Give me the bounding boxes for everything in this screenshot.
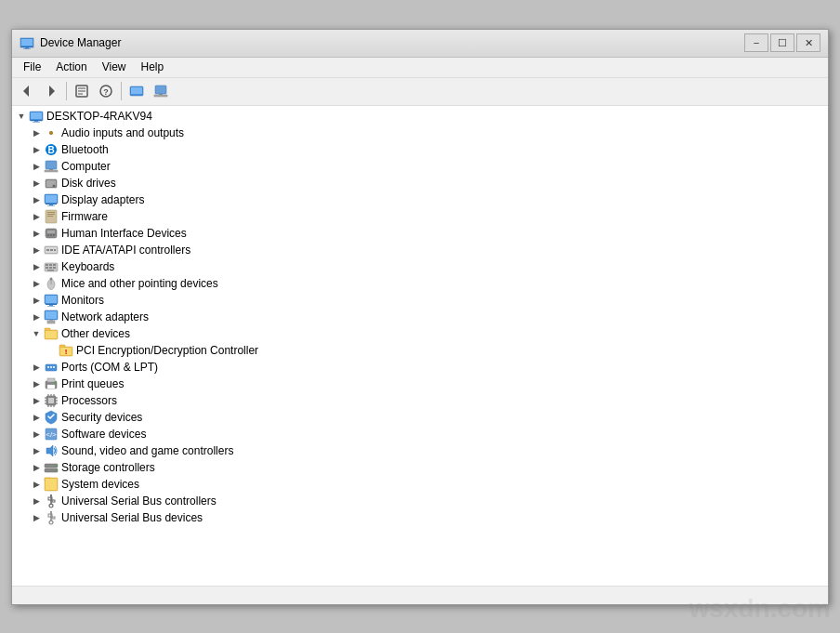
update-button[interactable]	[150, 80, 172, 102]
list-item[interactable]: ▶ Proces	[12, 392, 828, 409]
back-button[interactable]	[16, 80, 38, 102]
list-item[interactable]: ▶ B Bluetooth	[12, 141, 828, 158]
item-expander[interactable]: ▶	[29, 494, 44, 508]
window-title: Device Manager	[40, 36, 744, 49]
svg-rect-89	[48, 398, 54, 403]
item-expander[interactable]: ▶	[29, 393, 44, 408]
list-item[interactable]: ▶ Display adapters	[12, 191, 828, 208]
scan-button[interactable]	[125, 80, 148, 102]
item-expander[interactable]: ▶	[29, 226, 44, 241]
list-item[interactable]: ▶ Ports (COM & LPT)	[12, 359, 828, 376]
svg-point-87	[54, 382, 56, 384]
item-expander[interactable]: ▶	[29, 460, 44, 475]
svg-rect-14	[131, 87, 142, 94]
root-label: DESKTOP-4RAKV94	[46, 110, 152, 123]
svg-rect-114	[52, 500, 55, 502]
list-item[interactable]: ▶ Network adapters	[12, 309, 828, 325]
audio-icon	[44, 125, 59, 140]
item-label: Monitors	[61, 294, 104, 307]
list-item[interactable]: ▶ </> Software devices	[12, 426, 828, 442]
item-expander[interactable]: ▶	[29, 192, 44, 207]
item-expander[interactable]: ▶	[29, 125, 44, 140]
item-expander[interactable]: ▶	[29, 360, 44, 375]
item-expander[interactable]: ▶	[29, 310, 44, 324]
item-expander[interactable]: ▶	[29, 443, 44, 458]
tree-root[interactable]: ▼ DESKTOP-4RAKV94	[12, 108, 828, 125]
item-label: Network adapters	[61, 310, 149, 323]
item-expander[interactable]: ▶	[29, 243, 44, 257]
list-item[interactable]: ▶ Mice and other pointing devices	[12, 275, 828, 292]
svg-rect-4	[23, 48, 31, 49]
mouse-icon	[44, 276, 59, 291]
item-expander[interactable]: ▶	[29, 159, 44, 174]
list-item[interactable]: ▶ Human Interface Devices	[12, 225, 828, 242]
list-item[interactable]: ▶ Sound, video and game controllers	[12, 442, 828, 459]
list-item[interactable]: ▶ Computer	[12, 158, 828, 175]
item-expander[interactable]: ▶	[29, 276, 44, 291]
device-tree[interactable]: ▼ DESKTOP-4RAKV94 ▶	[12, 106, 828, 586]
item-label: Mice and other pointing devices	[61, 277, 218, 290]
list-item[interactable]: ! PCI Encryption/Decryption Controller	[12, 342, 828, 359]
properties-button[interactable]	[71, 80, 93, 102]
svg-text:?: ?	[103, 87, 109, 97]
list-item[interactable]: ▶ Security devices	[12, 409, 828, 426]
item-expander[interactable]: ▶	[29, 410, 44, 425]
menu-view[interactable]: View	[95, 59, 134, 75]
item-expander[interactable]: ▶	[29, 176, 44, 191]
root-expander[interactable]: ▼	[14, 109, 29, 124]
status-bar	[12, 586, 828, 604]
forward-button[interactable]	[40, 80, 62, 102]
item-expander[interactable]: ▶	[29, 376, 44, 391]
item-expander[interactable]: ▶	[29, 510, 44, 525]
item-expander[interactable]: ▶	[29, 142, 44, 157]
svg-point-33	[53, 184, 56, 187]
list-item[interactable]: ▶ Firmware	[12, 208, 828, 225]
list-item[interactable]: ▶ Universal Serial Bus controllers	[12, 493, 828, 509]
svg-point-25	[50, 132, 52, 134]
item-expander[interactable]: ▶	[29, 209, 44, 224]
minimize-button[interactable]: −	[744, 33, 768, 52]
list-item[interactable]: ▼ Other devices	[12, 325, 828, 342]
close-button[interactable]: ✕	[796, 33, 820, 52]
svg-rect-19	[31, 112, 42, 119]
svg-point-107	[55, 465, 57, 467]
svg-rect-44	[47, 231, 55, 233]
item-expander[interactable]: ▼	[29, 326, 44, 341]
svg-rect-86	[47, 385, 55, 389]
svg-rect-66	[46, 304, 57, 305]
svg-rect-50	[46, 249, 49, 251]
root-icon	[29, 109, 44, 124]
menu-action[interactable]: Action	[48, 59, 94, 75]
list-item[interactable]: ▶ IDE ATA/ATAPI controllers	[12, 242, 828, 258]
svg-point-46	[50, 234, 52, 236]
svg-text:!: !	[65, 348, 68, 356]
usb-controllers-icon	[44, 494, 59, 508]
item-expander[interactable]: ▶	[29, 293, 44, 308]
item-expander[interactable]: ▶	[29, 477, 44, 492]
svg-point-115	[49, 504, 53, 508]
help-button[interactable]: ?	[95, 80, 117, 102]
svg-rect-37	[49, 204, 53, 205]
list-item[interactable]: ▶ Disk drives	[12, 175, 828, 191]
item-label: Universal Serial Bus devices	[61, 511, 203, 524]
list-item[interactable]: ▶ Storage controllers	[12, 459, 828, 476]
svg-rect-74	[45, 328, 50, 331]
list-item[interactable]: ▶ Keyboards	[12, 258, 828, 275]
list-item[interactable]: ▶ Universal Serial Bus devices	[12, 509, 828, 526]
svg-point-45	[47, 234, 49, 236]
maximize-button[interactable]: ☐	[770, 33, 794, 52]
list-item[interactable]: ▶ System devices	[12, 476, 828, 493]
item-expander[interactable]: ▶	[29, 259, 44, 274]
computer-icon	[44, 159, 59, 174]
item-expander[interactable]: ▶	[29, 427, 44, 442]
menu-help[interactable]: Help	[134, 59, 172, 75]
list-item[interactable]: ▶ Audio inputs and outputs	[12, 125, 828, 141]
svg-rect-119	[52, 517, 55, 519]
svg-rect-20	[31, 120, 42, 121]
list-item[interactable]: ▶ Monitors	[12, 292, 828, 309]
menu-file[interactable]: File	[16, 59, 48, 75]
list-item[interactable]: ▶ Print queues	[12, 376, 828, 392]
svg-point-83	[53, 366, 55, 368]
svg-rect-38	[47, 205, 55, 206]
svg-rect-70	[46, 311, 57, 319]
